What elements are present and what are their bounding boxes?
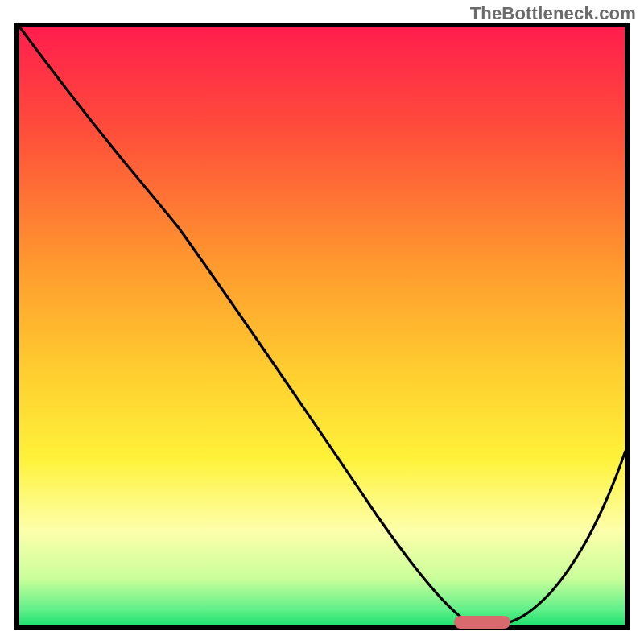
chart-svg bbox=[0, 0, 644, 644]
optimal-marker bbox=[454, 616, 510, 629]
chart-container: TheBottleneck.com bbox=[0, 0, 644, 644]
plot-area bbox=[17, 25, 627, 627]
watermark-text: TheBottleneck.com bbox=[470, 3, 636, 24]
gradient-fill bbox=[17, 25, 627, 627]
